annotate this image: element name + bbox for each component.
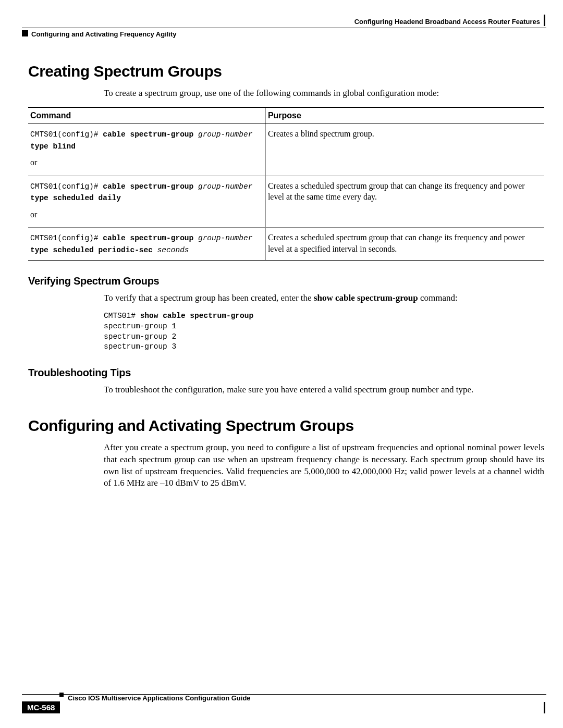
intro-paragraph-1: To create a spectrum group, use one of t… xyxy=(28,88,544,100)
table-header-command: Command xyxy=(28,107,265,124)
running-header-right: Configuring Headend Broadband Access Rou… xyxy=(354,18,545,26)
table-row: CMTS01(config)# cable spectrum-group gro… xyxy=(28,228,544,260)
heading-troubleshooting-tips: Troubleshooting Tips xyxy=(28,367,544,379)
command-text: CMTS01(config)# cable spectrum-group gro… xyxy=(30,180,263,204)
command-purpose-table: Command Purpose CMTS01(config)# cable sp… xyxy=(28,107,544,261)
footer-marker-square xyxy=(59,693,64,697)
heading-verifying-spectrum-groups: Verifying Spectrum Groups xyxy=(28,275,544,287)
heading-creating-spectrum-groups: Creating Spectrum Groups xyxy=(28,63,544,80)
or-separator: or xyxy=(30,209,263,220)
verify-code-block: CMTS01# show cable spectrum-group spectr… xyxy=(104,311,544,352)
troubleshoot-paragraph: To troubleshoot the configuration, make … xyxy=(28,384,544,396)
purpose-text: Creates a scheduled spectrum group that … xyxy=(265,176,544,228)
footer-right-rule xyxy=(544,702,545,713)
header-marker-square xyxy=(22,30,28,36)
page-number-box: MC-568 xyxy=(22,701,60,713)
footer-guide-title: Cisco IOS Multiservice Applications Conf… xyxy=(68,694,251,702)
configure-paragraph: After you create a spectrum group, you n… xyxy=(28,442,544,490)
table-row: CMTS01(config)# cable spectrum-group gro… xyxy=(28,124,544,176)
verify-intro: To verify that a spectrum group has been… xyxy=(28,292,544,304)
purpose-text: Creates a scheduled spectrum group that … xyxy=(265,228,544,260)
running-header-left: Configuring and Activating Frequency Agi… xyxy=(31,30,177,38)
table-header-purpose: Purpose xyxy=(265,107,544,124)
heading-configuring-activating-spectrum-groups: Configuring and Activating Spectrum Grou… xyxy=(28,417,544,435)
or-separator: or xyxy=(30,157,263,168)
purpose-text: Creates a blind spectrum group. xyxy=(265,124,544,176)
command-text: CMTS01(config)# cable spectrum-group gro… xyxy=(30,232,263,255)
command-text: CMTS01(config)# cable spectrum-group gro… xyxy=(30,128,263,152)
table-row: CMTS01(config)# cable spectrum-group gro… xyxy=(28,176,544,228)
header-rule xyxy=(22,28,546,28)
